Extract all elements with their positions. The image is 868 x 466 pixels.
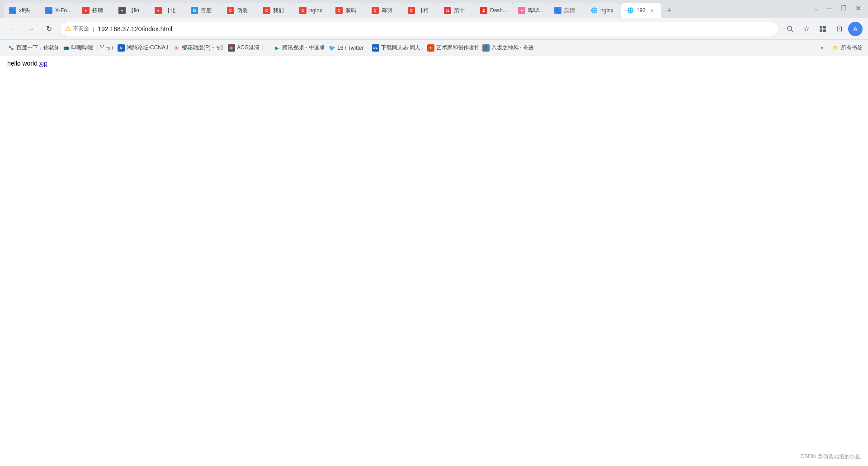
- tab-wangqing[interactable]: 🐾 忘情: [549, 3, 585, 18]
- tab-51[interactable]: 51 第十: [439, 3, 475, 18]
- window-controls: — ❐ ✕: [823, 2, 864, 14]
- bookmark-yasaka[interactable]: 👤 八坂之神风 - 奇迹...: [479, 42, 533, 53]
- navigation-bar: ← → ↻ ! 不安全 | 192.168.37.120/index.html …: [0, 18, 868, 40]
- profile-avatar[interactable]: A: [848, 22, 863, 36]
- bookmark-sakura[interactable]: 🌸 樱花动漫(P) - 专注...: [169, 42, 223, 53]
- xjp-link[interactable]: xjp: [39, 60, 47, 67]
- tab-favicon-nginx1: C: [299, 7, 307, 14]
- tab-favicon-wangqing: 🐾: [554, 7, 561, 14]
- tab-favicon-xff: 🐾: [9, 7, 16, 14]
- bookmark-artist[interactable]: ● 艺术家和创作者持...: [424, 42, 478, 53]
- back-button[interactable]: ←: [5, 22, 20, 36]
- tab-title-lin: 【lin: [128, 7, 144, 14]
- tab-close-192[interactable]: ✕: [648, 7, 656, 14]
- bookmark-folder-label: 所有书签: [841, 44, 863, 52]
- security-warning-icon: ! 不安全: [66, 25, 89, 33]
- bookmark-twitter[interactable]: 🐦 16 / Twitter: [325, 43, 367, 53]
- bookmark-bilibili[interactable]: 📺 哔哩哔哩（ '-' っ）...: [59, 42, 113, 53]
- watermark: CSDN @伪装成塔的小丘: [800, 453, 861, 461]
- bookmarks-overflow-button[interactable]: »: [817, 43, 827, 53]
- tab-title-bei: 【北: [165, 7, 180, 14]
- tab-favicon-fake: C: [227, 7, 234, 14]
- hello-world-text: hello world: [7, 60, 39, 67]
- tab-xfc[interactable]: 🐾 X-Fo...: [40, 3, 77, 18]
- split-view-button[interactable]: ⊡: [832, 22, 846, 36]
- bookmark-favicon-bilibili: 📺: [62, 44, 70, 52]
- bookmark-dl[interactable]: DL 下载同人志·同人...: [368, 42, 423, 53]
- nav-actions: ☆ ⊡ A: [783, 22, 863, 36]
- tab-jing[interactable]: C 【精: [402, 3, 439, 18]
- bookmark-label-honglun: 鸿鹄论坛-CCNA,H...: [127, 44, 168, 52]
- tab-nginx1[interactable]: C nginx: [294, 3, 330, 18]
- tab-favicon-51: 51: [444, 7, 451, 14]
- tab-favicon-dash: Z: [480, 7, 487, 14]
- bookmark-label-acg: ACG港湾丨: [237, 44, 265, 52]
- bookmark-label-twitter: 16 / Twitter: [337, 45, 363, 51]
- tab-lin[interactable]: ● 【lin: [113, 3, 149, 18]
- bookmark-tencent[interactable]: ▶ 腾讯视频 - 中国领...: [269, 42, 324, 53]
- bookmark-label-dl: 下载同人志·同人...: [381, 44, 423, 52]
- bookmark-honglun[interactable]: N 鸿鹄论坛-CCNA,H...: [114, 42, 168, 53]
- tab-title-dash: Dash...: [490, 7, 507, 14]
- tab-women[interactable]: C 我们: [258, 3, 294, 18]
- tab-title-xfc: X-Fo...: [55, 7, 71, 14]
- title-bar: 🐾 xff头 🐾 X-Fo... ● 招聘 ● 【lin ● 【北 百 百度: [0, 0, 868, 18]
- tab-favicon-baidu: 百: [191, 7, 198, 14]
- page-text: hello world xjp: [7, 60, 861, 67]
- tab-baidu[interactable]: 百 百度: [185, 3, 222, 18]
- tab-favicon-xfc: 🐾: [45, 7, 52, 14]
- bookmark-folder-all[interactable]: 📁 所有书签: [830, 43, 864, 52]
- bookmark-baidu[interactable]: 🐾 百度一下，你就知道: [4, 42, 58, 53]
- tab-xff[interactable]: 🐾 xff头: [4, 3, 40, 18]
- bookmark-button[interactable]: ☆: [799, 22, 814, 36]
- bookmark-folder-icon: 📁: [832, 44, 839, 52]
- bookmark-favicon-tencent: ▶: [273, 44, 280, 52]
- tab-title-women: 我们: [273, 7, 288, 14]
- tab-favicon-mumu: C: [372, 7, 379, 14]
- bookmark-favicon-dl: DL: [372, 44, 379, 52]
- address-bar[interactable]: ! 不安全 | 192.168.37.120/index.html: [60, 22, 779, 36]
- bookmark-favicon-artist: ●: [427, 44, 434, 52]
- bookmark-acg[interactable]: 📚 ACG港湾丨: [224, 42, 269, 53]
- tab-mumu[interactable]: C 幕羽: [366, 3, 402, 18]
- tab-bibi[interactable]: ● 哔哔...: [513, 3, 549, 18]
- tab-bei[interactable]: ● 【北: [149, 3, 185, 18]
- svg-rect-3: [820, 26, 822, 29]
- tab-fake[interactable]: C 伪装: [222, 3, 258, 18]
- svg-rect-6: [823, 29, 826, 32]
- forward-button[interactable]: →: [24, 22, 38, 36]
- tab-favicon-jing: C: [408, 7, 415, 14]
- tab-title-51: 第十: [454, 7, 469, 14]
- bookmark-label-yasaka: 八坂之神风 - 奇迹...: [491, 44, 533, 52]
- tab-favicon-women: C: [263, 7, 270, 14]
- close-button[interactable]: ✕: [852, 2, 864, 14]
- tab-title-bibi: 哔哔...: [528, 7, 543, 14]
- chrome-window: 🐾 xff头 🐾 X-Fo... ● 招聘 ● 【lin ● 【北 百 百度: [0, 0, 868, 466]
- tab-title-jing: 【精: [418, 7, 433, 14]
- reload-button[interactable]: ↻: [42, 22, 56, 36]
- tab-dash[interactable]: Z Dash...: [475, 3, 513, 18]
- new-tab-button[interactable]: +: [663, 4, 675, 17]
- tab-favicon-nginx2: 🌐: [590, 7, 598, 14]
- tab-favicon-bibi: ●: [518, 7, 525, 14]
- tab-title-192: 192: [637, 7, 646, 14]
- tab-overflow-button[interactable]: ⌄: [810, 2, 823, 15]
- svg-line-2: [791, 30, 793, 32]
- tab-favicon-lin: ●: [118, 7, 126, 14]
- tab-title-recruit: 招聘: [92, 7, 108, 14]
- bookmarks-bar: 🐾 百度一下，你就知道 📺 哔哩哔哩（ '-' っ）... N 鸿鹄论坛-CCN…: [0, 40, 868, 56]
- tab-nginx2[interactable]: 🌐 nginx: [585, 3, 621, 18]
- tab-192-active[interactable]: 🌐 192 ✕: [621, 3, 661, 18]
- extensions-button[interactable]: [816, 22, 830, 36]
- minimize-button[interactable]: —: [823, 2, 835, 14]
- address-separator: |: [93, 26, 94, 32]
- search-button[interactable]: [783, 22, 797, 36]
- tab-recruit[interactable]: ● 招聘: [77, 3, 113, 18]
- maximize-button[interactable]: ❐: [837, 2, 850, 14]
- bookmark-label-sakura: 樱花动漫(P) - 专注...: [182, 44, 223, 52]
- tab-yuanma[interactable]: C 源码: [330, 3, 366, 18]
- tab-title-mumu: 幕羽: [382, 7, 397, 14]
- tab-favicon-bei: ●: [155, 7, 162, 14]
- bookmark-favicon-honglun: N: [118, 44, 125, 52]
- bookmark-label-baidu: 百度一下，你就知道: [16, 44, 58, 52]
